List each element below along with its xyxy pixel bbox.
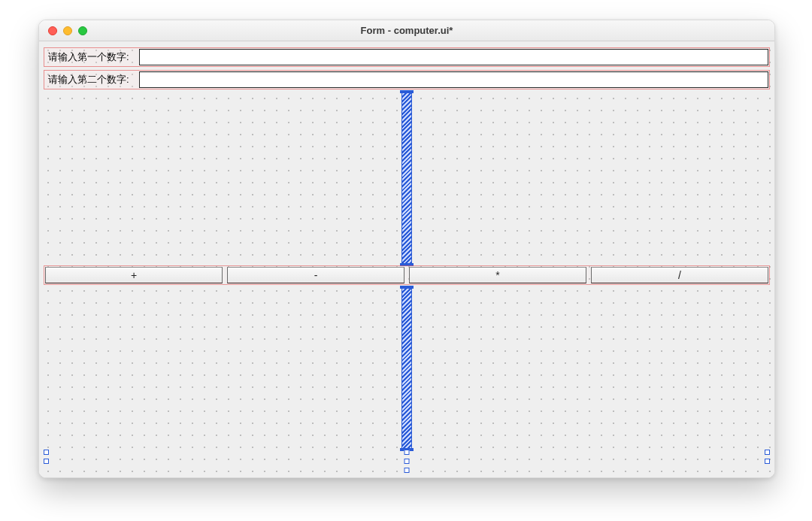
window-title: Form - computer.ui* [39,25,774,36]
field-row-first-number[interactable]: 请输入第一个数字: [44,47,770,67]
selection-handle-icon[interactable] [404,450,410,455]
operator-button-row[interactable]: + - * / [44,265,770,285]
subtract-button-label: - [314,269,318,281]
multiply-button-label: * [495,269,499,281]
subtract-button[interactable]: - [227,267,404,283]
minimize-icon[interactable] [63,26,72,35]
divide-button[interactable]: / [591,267,768,283]
designer-canvas[interactable]: 请输入第一个数字: 请输入第二个数字: + - * / [39,41,774,477]
first-number-input[interactable] [139,49,768,65]
vertical-spacer-bottom[interactable] [401,286,412,450]
zoom-icon[interactable] [78,26,87,35]
multiply-button[interactable]: * [409,267,586,283]
close-icon[interactable] [48,26,57,35]
selection-handle-icon[interactable] [44,459,49,464]
titlebar[interactable]: Form - computer.ui* [39,20,774,41]
selection-handle-icon[interactable] [44,450,49,455]
add-button[interactable]: + [45,267,223,283]
second-number-label: 请输入第二个数字: [44,71,138,89]
selection-handle-icon[interactable] [404,459,410,464]
selection-handle-icon[interactable] [404,468,410,473]
traffic-lights [48,26,87,35]
window-frame: Form - computer.ui* 请输入第一个数字: 请输入第二个数字: … [38,20,775,478]
selection-handle-icon[interactable] [765,459,770,464]
selection-handle-icon[interactable] [765,450,770,455]
first-number-label: 请输入第一个数字: [44,48,138,66]
add-button-label: + [131,269,137,281]
field-row-second-number[interactable]: 请输入第二个数字: [44,70,770,89]
divide-button-label: / [678,269,681,281]
vertical-spacer-top[interactable] [401,91,412,265]
second-number-input[interactable] [139,71,768,88]
